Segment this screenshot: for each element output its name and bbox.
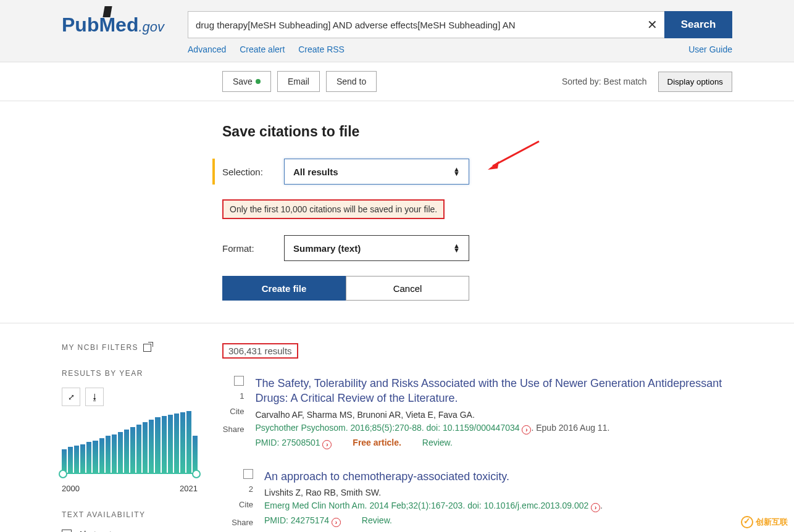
save-button[interactable]: Save (222, 71, 271, 92)
result-row: 2 Cite Share An approach to chemotherapy… (222, 469, 732, 532)
share-button[interactable]: Share (222, 425, 244, 434)
email-button[interactable]: Email (277, 71, 320, 92)
svg-line-0 (493, 141, 539, 166)
slider-track (62, 473, 198, 474)
result-pmid: PMID: 27508501 › (255, 438, 332, 447)
select-result-checkbox[interactable] (234, 376, 244, 386)
hist-bar (155, 417, 160, 473)
hist-bar (74, 446, 79, 473)
svg-marker-1 (488, 161, 499, 170)
year-start-label: 2000 (62, 484, 80, 493)
user-guide-link[interactable]: User Guide (688, 44, 732, 54)
watermark-label: 创新互联 (756, 517, 788, 528)
pubmed-logo[interactable]: PubMed.gov (62, 11, 164, 36)
hist-bar (143, 422, 148, 473)
display-options-button[interactable]: Display options (658, 72, 732, 92)
result-pmid: PMID: 24275174 › (264, 515, 341, 525)
save-dot-icon (256, 79, 261, 84)
hist-bar (136, 425, 141, 473)
save-panel-title: Save citations to file (222, 123, 732, 140)
result-number: 2 (222, 484, 253, 494)
download-icon: ⭳ (91, 393, 99, 402)
hist-bar (118, 432, 123, 473)
expand-icon: ⤢ (68, 393, 75, 402)
hist-bar (112, 434, 117, 473)
format-label: Format: (222, 243, 267, 254)
hist-bar (168, 415, 173, 473)
doi-icon[interactable]: › (591, 503, 600, 512)
annotation-arrow-icon (487, 140, 542, 171)
result-authors: Livshits Z, Rao RB, Smith SW. (264, 488, 603, 497)
hist-bar (162, 416, 167, 473)
sorted-by-label: Sorted by: Best match (562, 77, 647, 86)
year-histogram[interactable] (62, 411, 198, 484)
sendto-button[interactable]: Send to (326, 71, 377, 92)
ncbi-filters-label: MY NCBI FILTERS (62, 343, 138, 352)
hist-bar (186, 411, 191, 473)
hist-bar (130, 427, 135, 473)
abstract-label: Abstract (78, 529, 112, 532)
result-number: 1 (222, 391, 244, 401)
logo-pub: Pub (62, 14, 99, 36)
result-title-link[interactable]: An approach to chemotherapy-associated t… (264, 469, 603, 484)
dropdown-arrows-icon: ▲▼ (453, 244, 460, 252)
filter-abstract[interactable]: Abstract (62, 529, 198, 532)
pmid-icon[interactable]: › (322, 440, 332, 449)
result-citation: Emerg Med Clin North Am. 2014 Feb;32(1):… (264, 501, 603, 512)
create-file-button[interactable]: Create file (222, 276, 346, 301)
create-rss-link[interactable]: Create RSS (298, 44, 345, 54)
selection-value: All results (293, 167, 338, 177)
year-end-label: 2021 (180, 484, 198, 493)
checkbox-icon[interactable] (62, 530, 72, 533)
ncbi-filters-heading[interactable]: MY NCBI FILTERS (62, 343, 198, 352)
cite-button[interactable]: Cite (222, 407, 244, 416)
dropdown-arrows-icon: ▲▼ (453, 167, 460, 176)
slider-end-handle[interactable] (192, 470, 201, 478)
format-dropdown[interactable]: Summary (text) ▲▼ (284, 235, 469, 261)
review-badge: Review. (422, 438, 453, 447)
hist-bar (68, 447, 73, 473)
warning-box: Only the first 10,000 citations will be … (222, 199, 445, 219)
hist-bar (106, 436, 111, 473)
hist-bar (124, 430, 129, 473)
hist-bar (174, 414, 179, 473)
slider-start-handle[interactable] (59, 470, 67, 478)
watermark: 创新互联 (741, 516, 788, 528)
selection-label: Selection: (222, 167, 267, 177)
hist-bar (180, 412, 185, 473)
pmid-icon[interactable]: › (332, 518, 341, 527)
search-input[interactable] (188, 11, 640, 38)
free-article-badge: Free article. (353, 438, 401, 447)
download-chart-button[interactable]: ⭳ (85, 388, 104, 406)
result-row: 1 Cite Share The Safety, Tolerability an… (222, 376, 732, 449)
text-availability-heading: TEXT AVAILABILITY (62, 510, 198, 519)
result-authors: Carvalho AF, Sharma MS, Brunoni AR, Viet… (255, 410, 732, 420)
hist-bar (86, 442, 91, 473)
selection-dropdown[interactable]: All results ▲▼ (284, 159, 469, 185)
create-alert-link[interactable]: Create alert (240, 44, 285, 54)
cite-button[interactable]: Cite (222, 500, 253, 509)
cancel-button[interactable]: Cancel (346, 276, 469, 301)
review-badge: Review. (362, 515, 392, 525)
results-count: 306,431 results (222, 343, 298, 359)
search-button[interactable]: Search (664, 11, 732, 38)
select-result-checkbox[interactable] (243, 469, 253, 479)
doi-icon[interactable]: › (522, 425, 531, 434)
logo-gov: .gov (138, 19, 164, 35)
clear-search-icon[interactable]: ✕ (640, 11, 664, 38)
result-citation: Psychother Psychosom. 2016;85(5):270-88.… (255, 423, 732, 434)
hist-bar (193, 436, 198, 473)
share-button[interactable]: Share (222, 518, 253, 527)
watermark-icon (741, 516, 753, 528)
logo-ed: ed (115, 14, 138, 36)
result-title-link[interactable]: The Safety, Tolerability and Risks Assoc… (255, 376, 732, 406)
hist-bar (80, 444, 85, 473)
hist-bar (93, 441, 98, 473)
expand-chart-button[interactable]: ⤢ (62, 388, 80, 406)
hist-bar (99, 438, 104, 473)
hist-bar (149, 420, 154, 473)
advanced-link[interactable]: Advanced (188, 44, 226, 54)
logo-m: M (99, 14, 115, 36)
results-by-year-heading: RESULTS BY YEAR (62, 369, 198, 378)
save-label: Save (233, 77, 253, 86)
